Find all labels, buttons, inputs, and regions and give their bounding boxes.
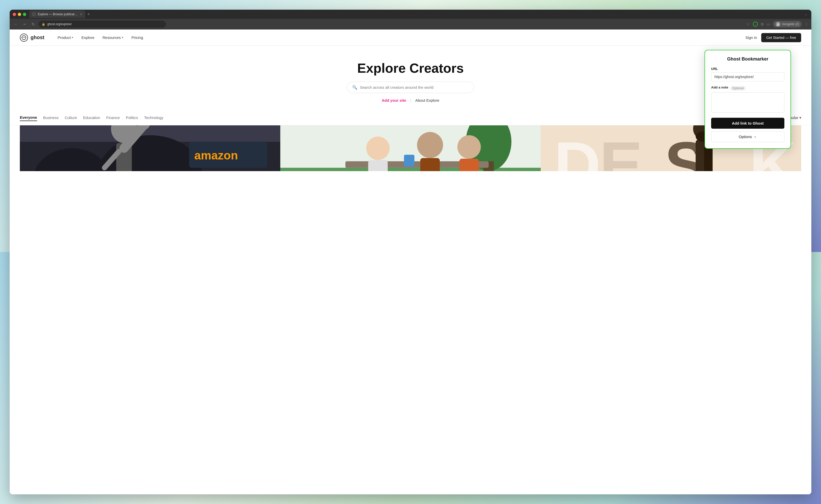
filter-bar: Everyone Business Culture Education Fina… <box>10 110 411 125</box>
filter-culture[interactable]: Culture <box>65 114 77 121</box>
nav-explore-label: Explore <box>81 35 94 40</box>
reload-button[interactable]: ↻ <box>30 22 36 27</box>
ghost-logo[interactable]: ghost <box>20 34 44 42</box>
card-1[interactable]: amazon THE LEVER <box>20 125 280 171</box>
filter-politics[interactable]: Politics <box>126 114 138 121</box>
nav-item-explore[interactable]: Explore <box>78 33 97 42</box>
svg-text:amazon: amazon <box>194 149 238 162</box>
search-icon: 🔍 <box>352 85 357 90</box>
svg-point-3 <box>24 37 25 38</box>
card-2-bg: Just funded <box>280 125 411 171</box>
card-1-bg: amazon THE LEVER <box>20 125 280 171</box>
back-button[interactable]: ← <box>13 22 19 26</box>
add-site-link[interactable]: Add your site <box>382 98 406 102</box>
svg-rect-18 <box>280 168 411 171</box>
tab-close-icon[interactable]: ✕ <box>80 13 82 16</box>
card-2-image: Just funded <box>280 125 411 171</box>
nav-item-resources[interactable]: Resources ▾ <box>99 33 126 42</box>
nav-items: Product ▾ Explore Resources ▾ Pricing <box>54 33 411 42</box>
title-bar: ○ Explore — Browse publications ✕ + ⌄ <box>10 10 411 19</box>
filter-finance[interactable]: Finance <box>106 114 120 121</box>
close-button[interactable] <box>13 13 16 16</box>
nav-pricing-label: Pricing <box>131 35 143 40</box>
ghost-logo-icon <box>20 34 28 42</box>
filter-everyone[interactable]: Everyone <box>20 114 37 121</box>
nav-product-label: Product <box>57 35 71 40</box>
search-bar[interactable]: 🔍 <box>347 82 411 93</box>
svg-point-2 <box>23 37 24 38</box>
new-tab-button[interactable]: + <box>87 12 90 17</box>
nav-item-product[interactable]: Product ▾ <box>54 33 76 42</box>
filter-business[interactable]: Business <box>43 114 59 121</box>
hero-title: Explore Creators <box>20 61 411 76</box>
tab-bar: ○ Explore — Browse publications ✕ + ⌄ <box>29 10 411 18</box>
svg-rect-23 <box>368 160 388 171</box>
cards-grid: amazon THE LEVER <box>10 125 411 171</box>
tab-title: Explore — Browse publications <box>38 12 78 16</box>
ghost-logo-text: ghost <box>31 35 44 40</box>
address-bar: ← → ↻ 🔒 ghost.org/explore/ ☆ ○ ⧉ ▭ Incog… <box>10 19 411 29</box>
ghost-navigation: ghost Product ▾ Explore Resources ▾ Pric… <box>10 29 411 46</box>
url-display: ghost.org/explore/ <box>47 22 72 26</box>
minimize-button[interactable] <box>18 13 21 16</box>
search-input[interactable] <box>360 85 411 90</box>
card-2[interactable]: Just funded <box>280 125 411 171</box>
svg-rect-28 <box>404 155 411 167</box>
nav-item-pricing[interactable]: Pricing <box>128 33 146 42</box>
tab-favicon-icon: ○ <box>32 12 36 16</box>
resources-chevron-icon: ▾ <box>122 36 123 39</box>
browser-window: ○ Explore — Browse publications ✕ + ⌄ ← … <box>10 10 411 252</box>
lock-icon: 🔒 <box>42 23 45 26</box>
traffic-lights <box>13 13 26 16</box>
filter-education[interactable]: Education <box>83 114 100 121</box>
product-chevron-icon: ▾ <box>72 36 73 39</box>
nav-resources-label: Resources <box>102 35 121 40</box>
page-content: ghost Product ▾ Explore Resources ▾ Pric… <box>10 29 411 252</box>
card-1-image: amazon THE LEVER <box>20 125 280 171</box>
hero-section: Explore Creators 🔍 Add your site | About… <box>10 46 411 110</box>
active-tab[interactable]: ○ Explore — Browse publications ✕ <box>29 10 85 18</box>
filter-technology[interactable]: Technology <box>144 114 163 121</box>
svg-point-22 <box>366 137 390 160</box>
svg-point-1 <box>22 36 26 40</box>
url-bar[interactable]: 🔒 ghost.org/explore/ <box>39 21 166 28</box>
forward-button[interactable]: → <box>21 22 27 26</box>
hero-links: Add your site | About Explore <box>20 98 411 102</box>
divider: | <box>410 98 411 102</box>
maximize-button[interactable] <box>23 13 26 16</box>
